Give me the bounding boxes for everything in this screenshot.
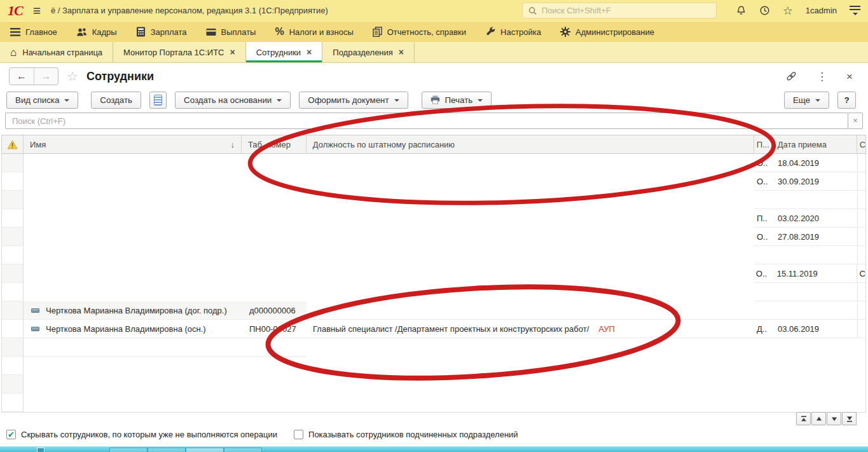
1c-logo: 1С — [8, 4, 23, 18]
copy-item-button[interactable] — [149, 92, 167, 109]
column-header-name[interactable]: Имя ↓ — [24, 135, 242, 153]
table-row[interactable] — [2, 191, 865, 209]
scroll-down-button[interactable] — [827, 412, 841, 425]
tab-number-cell — [242, 264, 307, 283]
table-row[interactable] — [2, 357, 865, 375]
clear-search-button[interactable]: × — [848, 113, 863, 129]
extra-cell — [857, 172, 865, 191]
tab-home[interactable]: ⌂ Начальная страница — [0, 42, 113, 62]
history-clock-icon[interactable] — [759, 5, 770, 16]
department-cell: О.. — [754, 172, 772, 191]
warn-cell — [2, 301, 24, 320]
position-cell — [307, 375, 754, 394]
issue-document-button[interactable]: Оформить документ — [299, 92, 408, 109]
column-header-department[interactable]: П... — [754, 135, 772, 153]
print-button[interactable]: Печать — [422, 92, 492, 109]
taskbar-button[interactable] — [186, 448, 224, 452]
scroll-to-top-button[interactable] — [796, 412, 811, 425]
close-tab-icon[interactable]: × — [230, 48, 235, 57]
service-menu-icon[interactable] — [850, 6, 860, 15]
tab-departments[interactable]: Подразделения × — [322, 42, 415, 62]
back-button[interactable]: ← — [10, 68, 34, 85]
column-header-hire-date[interactable]: Дата приема — [772, 135, 857, 153]
close-tab-icon[interactable]: × — [307, 48, 312, 57]
column-header-position[interactable]: Должность по штатному расписанию — [307, 135, 754, 153]
create-button[interactable]: Создать — [91, 92, 141, 109]
section-nalogi[interactable]: % Налоги и взносы — [275, 26, 353, 38]
global-search-input[interactable] — [542, 6, 710, 15]
table-row[interactable]: О..30.09.2019 — [2, 172, 865, 191]
tab-its-monitor[interactable]: Монитор Портала 1С:ИТС × — [113, 42, 246, 62]
calculator-icon — [136, 27, 146, 37]
list-search-input[interactable] — [5, 113, 848, 129]
warning-column-header[interactable] — [2, 135, 24, 153]
chevron-down-icon — [277, 99, 282, 102]
main-menu-icon[interactable]: ≡ — [33, 4, 41, 17]
close-tab-icon[interactable]: × — [399, 48, 404, 57]
section-glavnoe[interactable]: Главное — [10, 27, 57, 37]
table-row[interactable] — [2, 246, 865, 264]
help-button[interactable]: ? — [837, 92, 856, 109]
name-cell — [24, 283, 242, 301]
table-row[interactable] — [2, 283, 865, 301]
tab-employees[interactable]: Сотрудники × — [246, 42, 323, 62]
table-row[interactable] — [2, 375, 865, 394]
section-vyplaty[interactable]: Выплаты — [206, 27, 256, 37]
forward-button[interactable]: → — [34, 68, 58, 85]
list-toolbar: Вид списка Создать Создать на основании … — [0, 89, 868, 111]
scroll-to-bottom-button[interactable] — [842, 412, 857, 425]
open-windows-tabbar: ⌂ Начальная страница Монитор Портала 1С:… — [0, 42, 868, 63]
scroll-up-button[interactable] — [811, 412, 826, 425]
taskbar-app-icon[interactable] — [37, 448, 45, 452]
window-title: ё / Зарплата и управление персоналом, ре… — [51, 6, 328, 15]
employee-row[interactable]: Черткова Марианна Владимировна (дог. под… — [2, 301, 865, 320]
column-header-tab-number[interactable]: Таб. номер — [242, 135, 307, 153]
hamburger-icon — [10, 28, 20, 36]
table-row[interactable]: О..27.08.2019 — [2, 228, 865, 246]
list-search: × — [5, 113, 863, 129]
tab-number-cell: д000000006 — [242, 301, 307, 320]
extra-cell — [857, 246, 865, 264]
table-row[interactable] — [2, 394, 865, 412]
global-search[interactable] — [522, 3, 717, 18]
taskbar-button[interactable] — [148, 448, 186, 452]
position-cell — [307, 228, 754, 246]
hire-date-cell: 03.02.2020 — [772, 209, 857, 228]
position-cell — [307, 264, 754, 283]
hide-inactive-employees-checkbox[interactable]: ✔ Скрывать сотрудников, по которым уже н… — [6, 430, 277, 439]
tab-number-cell — [242, 394, 307, 412]
favorites-star-icon[interactable]: ☆ — [783, 5, 793, 17]
close-window-icon[interactable]: × — [846, 71, 853, 82]
add-favorite-star-icon[interactable]: ☆ — [67, 70, 78, 83]
table-row[interactable] — [2, 338, 865, 357]
taskbar-button[interactable] — [224, 448, 262, 452]
section-zarplata[interactable]: Зарплата — [136, 27, 187, 37]
create-based-on-button[interactable]: Создать на основании — [175, 92, 291, 109]
more-button[interactable]: Еще — [784, 92, 829, 109]
column-header-extra[interactable]: С — [857, 135, 865, 153]
extra-cell — [857, 320, 865, 338]
current-user[interactable]: 1cadmin — [806, 6, 837, 15]
section-nastroyka[interactable]: Настройка — [485, 27, 541, 37]
get-link-icon[interactable] — [785, 71, 797, 81]
taskbar-button[interactable] — [109, 448, 148, 452]
table-row[interactable]: П..03.02.2020 — [2, 209, 865, 228]
name-cell — [24, 209, 242, 228]
extra-cell — [857, 209, 865, 228]
view-list-button[interactable]: Вид списка — [6, 92, 78, 109]
section-administrirovanie[interactable]: Администрирование — [560, 27, 654, 37]
section-otchetnost[interactable]: Отчетность, справки — [373, 27, 466, 37]
name-cell — [24, 246, 242, 264]
notifications-bell-icon[interactable] — [736, 5, 747, 16]
hire-date-cell: 03.06.2019 — [772, 320, 857, 338]
section-kadry[interactable]: Кадры — [76, 27, 117, 37]
gear-icon — [560, 27, 570, 37]
table-row[interactable]: О..18.04.2019 — [2, 154, 865, 172]
show-subordinate-departments-checkbox[interactable]: Показывать сотрудников подчиненных подра… — [294, 430, 518, 439]
table-row[interactable]: О..15.11.2019С — [2, 264, 865, 283]
employee-row[interactable]: Черткова Марианна Владимировна (осн.)ПН0… — [2, 320, 865, 338]
chevron-down-icon — [815, 99, 820, 102]
home-icon: ⌂ — [10, 47, 17, 58]
extra-cell — [857, 338, 865, 357]
more-actions-kebab-icon[interactable]: ⋮ — [816, 71, 827, 82]
